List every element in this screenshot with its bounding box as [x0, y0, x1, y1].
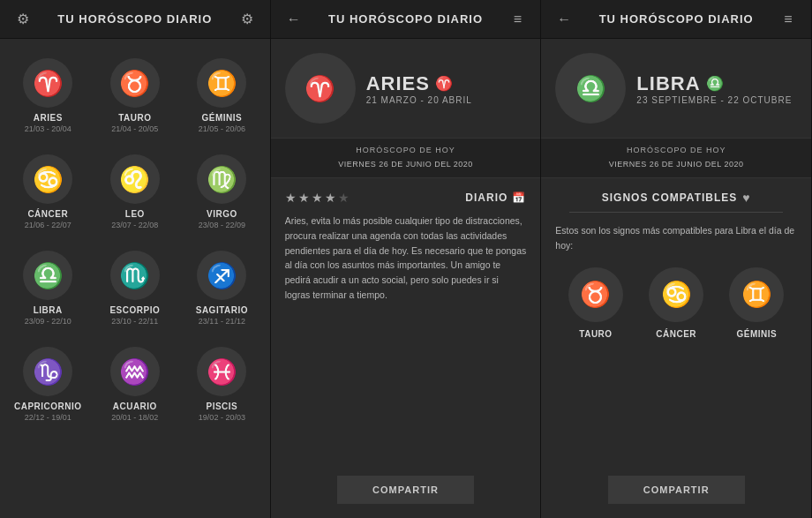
zodiac-name: VIRGO	[207, 209, 237, 219]
zodiac-date: 23/11 - 21/12	[199, 317, 245, 326]
panel3-title: TU HORÓSCOPO DIARIO	[573, 12, 779, 26]
aries-glyph-small: ♈	[435, 75, 453, 92]
compatible-name: TAURO	[579, 329, 612, 339]
zodiac-item-leo[interactable]: ♌ LEO 23/07 - 22/08	[92, 144, 179, 240]
panel1-header: ⚙ TU HORÓSCOPO DIARIO ⚙	[0, 0, 270, 39]
zodiac-symbol: ♌	[119, 165, 150, 194]
libra-icon: ♎	[555, 53, 626, 124]
compatible-symbol: ♊	[741, 280, 772, 309]
calendar-icon: 📅	[512, 191, 526, 204]
zodiac-date: 21/05 - 20/06	[199, 124, 245, 133]
zodiac-item-aries[interactable]: ♈ ARIES 21/03 - 20/04	[4, 48, 92, 144]
aries-hero: ♈ ARIES ♈ 21 MARZO - 20 ABRIL	[271, 39, 541, 138]
aries-dates: 21 MARZO - 20 ABRIL	[366, 95, 472, 105]
zodiac-emoji: ♈	[23, 58, 72, 108]
horoscope-label-p3: HORÓSCOPO DE HOY	[555, 146, 797, 154]
zodiac-date: 22/12 - 19/01	[25, 413, 71, 422]
star-1: ★	[285, 191, 297, 205]
compatible-name: CÁNCER	[656, 329, 696, 339]
zodiac-symbol: ♋	[33, 165, 64, 194]
compatible-emoji: ♉	[568, 267, 623, 322]
menu-icon-panel2[interactable]: ≡	[508, 11, 526, 27]
zodiac-symbol: ♈	[33, 69, 64, 98]
libra-date-section: HORÓSCOPO DE HOY VIERNES 26 DE JUNIO DEL…	[541, 138, 811, 178]
zodiac-date: 23/08 - 22/09	[199, 221, 245, 229]
zodiac-name: ESCORPIO	[109, 305, 160, 315]
zodiac-date: 23/10 - 22/11	[111, 317, 158, 326]
zodiac-date: 20/01 - 18/02	[111, 413, 158, 422]
libra-name: LIBRA	[636, 72, 700, 95]
zodiac-symbol: ♑	[33, 357, 64, 387]
zodiac-item-capricornio[interactable]: ♑ CAPRICORNIO 22/12 - 19/01	[4, 336, 92, 432]
zodiac-name: GÉMINIS	[202, 113, 243, 123]
horoscope-label-p2: HORÓSCOPO DE HOY	[285, 146, 527, 154]
back-icon-panel2[interactable]: ←	[285, 11, 303, 27]
aries-horoscope-text: Aries, evita lo más posible cualquier ti…	[285, 214, 527, 303]
compatible-description: Estos son los signos más compatibles par…	[555, 223, 797, 253]
zodiac-symbol: ♊	[207, 69, 237, 98]
share-button-p2[interactable]: COMPARTIR	[337, 476, 474, 504]
zodiac-emoji: ♍	[197, 154, 246, 204]
zodiac-date: 19/02 - 20/03	[199, 413, 245, 422]
aries-content: ★ ★ ★ ★ ★ DIARIO 📅 Aries, evita lo más p…	[271, 178, 541, 467]
zodiac-name: LIBRA	[34, 305, 63, 315]
zodiac-name: PISCIS	[206, 402, 237, 411]
zodiac-date: 21/04 - 20/05	[111, 124, 158, 133]
star-5: ★	[338, 191, 350, 205]
aries-icon: ♈	[285, 53, 356, 124]
panel3-header: ← TU HORÓSCOPO DIARIO ≡	[541, 0, 811, 39]
zodiac-item-sagitario[interactable]: ♐ SAGITARIO 23/11 - 21/12	[178, 240, 266, 336]
menu-icon-panel3[interactable]: ≡	[779, 11, 797, 27]
zodiac-item-géminis[interactable]: ♊ GÉMINIS 21/05 - 20/06	[178, 48, 266, 144]
zodiac-date: 23/07 - 22/08	[111, 221, 158, 229]
zodiac-item-escorpio[interactable]: ♏ ESCORPIO 23/10 - 22/11	[92, 240, 179, 336]
zodiac-date: 21/03 - 20/04	[25, 124, 71, 133]
zodiac-emoji: ♊	[197, 58, 246, 108]
zodiac-name: TAURO	[118, 113, 151, 123]
libra-hero: ♎ LIBRA ♎ 23 SEPTIEMBRE - 22 OCTUBRE	[541, 39, 811, 138]
zodiac-date: 23/09 - 22/10	[25, 317, 71, 326]
back-icon-panel3[interactable]: ←	[555, 11, 573, 27]
compatible-content: SIGNOS COMPATIBLES ♥ Estos son los signo…	[541, 178, 811, 467]
zodiac-emoji: ♓	[197, 347, 246, 396]
compatible-symbol: ♉	[580, 280, 611, 309]
zodiac-item-cáncer[interactable]: ♋ CÁNCER 21/06 - 22/07	[4, 144, 92, 240]
zodiac-emoji: ♐	[197, 251, 246, 300]
share-button-p3[interactable]: COMPARTIR	[608, 476, 745, 504]
panel-libra-compatible: ← TU HORÓSCOPO DIARIO ≡ ♎ LIBRA ♎ 23 SEP…	[541, 0, 812, 518]
zodiac-name: LEO	[125, 209, 145, 219]
zodiac-item-virgo[interactable]: ♍ VIRGO 23/08 - 22/09	[178, 144, 266, 240]
zodiac-item-piscis[interactable]: ♓ PISCIS 19/02 - 20/03	[178, 336, 266, 432]
compatible-name: GÉMINIS	[737, 329, 778, 339]
divider	[569, 212, 783, 213]
stars-row: ★ ★ ★ ★ ★	[285, 191, 350, 205]
compatible-emoji: ♊	[729, 267, 784, 322]
zodiac-item-tauro[interactable]: ♉ TAURO 21/04 - 20/05	[92, 48, 179, 144]
panel-sign-list: ⚙ TU HORÓSCOPO DIARIO ⚙ ♈ ARIES 21/03 - …	[0, 0, 271, 518]
zodiac-date: 21/06 - 22/07	[25, 221, 71, 229]
compatible-item-cáncer: ♋ CÁNCER	[649, 267, 703, 339]
aries-symbol: ♈	[304, 74, 335, 103]
libra-info: LIBRA ♎ 23 SEPTIEMBRE - 22 OCTUBRE	[636, 72, 792, 105]
zodiac-emoji: ♎	[23, 251, 72, 300]
star-4: ★	[325, 191, 336, 205]
heart-icon: ♥	[742, 191, 750, 205]
type-row: ★ ★ ★ ★ ★ DIARIO 📅	[285, 191, 527, 205]
panel1-title: TU HORÓSCOPO DIARIO	[32, 12, 238, 26]
zodiac-symbol: ♐	[207, 261, 237, 290]
settings-icon-right[interactable]: ⚙	[238, 11, 256, 27]
zodiac-emoji: ♑	[23, 347, 72, 396]
zodiac-item-libra[interactable]: ♎ LIBRA 23/09 - 22/10	[4, 240, 92, 336]
zodiac-item-acuario[interactable]: ♒ ACUARIO 20/01 - 18/02	[92, 336, 179, 432]
settings-icon-left[interactable]: ⚙	[14, 11, 32, 27]
zodiac-emoji: ♒	[110, 347, 160, 396]
diario-label: DIARIO	[465, 191, 508, 204]
compatible-emoji: ♋	[649, 267, 703, 322]
libra-glyph-small: ♎	[706, 75, 724, 92]
zodiac-name: SAGITARIO	[196, 305, 248, 315]
compatible-title: SIGNOS COMPATIBLES ♥	[555, 191, 797, 205]
compatible-item-géminis: ♊ GÉMINIS	[729, 267, 784, 339]
panel2-header: ← TU HORÓSCOPO DIARIO ≡	[271, 0, 541, 39]
zodiac-name: CÁNCER	[27, 209, 68, 219]
aries-date-section: HORÓSCOPO DE HOY VIERNES 26 DE JUNIO DEL…	[271, 138, 541, 178]
